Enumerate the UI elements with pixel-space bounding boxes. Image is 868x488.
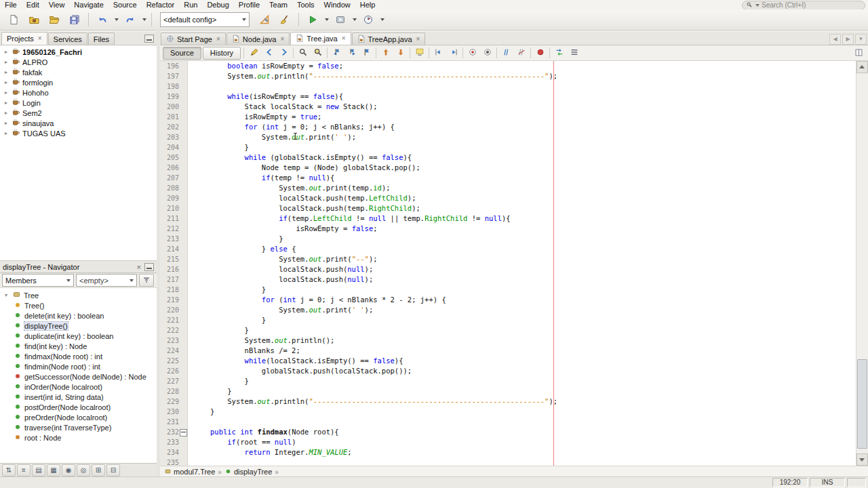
collapse-all-button[interactable]: ⊟ bbox=[106, 464, 120, 476]
history-view-button[interactable]: History bbox=[203, 47, 241, 60]
code-line[interactable]: } bbox=[210, 142, 856, 152]
project-node[interactable]: ▸19650126_Fachri bbox=[0, 47, 157, 57]
navigator-member[interactable]: inOrder(Node localroot) bbox=[0, 382, 157, 392]
left-tab-projects[interactable]: Projects× bbox=[1, 32, 47, 45]
stop-macro-recording-button[interactable] bbox=[480, 46, 494, 60]
menu-source[interactable]: Source bbox=[108, 0, 142, 9]
code-line[interactable]: while(localStack.isEmpty() == false){ bbox=[210, 356, 856, 366]
navigator-member[interactable]: traverse(int TraverseType) bbox=[0, 422, 157, 432]
close-tab-icon[interactable]: × bbox=[415, 36, 420, 43]
left-tab-files[interactable]: Files bbox=[88, 33, 115, 45]
breadcrumb-item[interactable]: displayTree bbox=[224, 468, 272, 476]
show-fields-button[interactable]: ▦ bbox=[47, 464, 60, 476]
code-text[interactable]: boolean isRowEmpty = false; System.out.p… bbox=[210, 61, 856, 466]
expander-icon[interactable]: ▸ bbox=[3, 59, 9, 65]
breadcrumb-item[interactable]: modul7.Tree bbox=[164, 468, 215, 476]
navigator-member[interactable]: delete(int key) : boolean bbox=[0, 310, 157, 321]
project-node[interactable]: ▸fakfak bbox=[0, 67, 157, 77]
code-line[interactable]: } bbox=[210, 325, 856, 336]
tab-tree-java[interactable]: Tree.java× bbox=[290, 32, 351, 45]
menu-run[interactable]: Run bbox=[179, 0, 202, 9]
notifications[interactable] bbox=[847, 478, 866, 487]
forward-button[interactable] bbox=[277, 46, 291, 60]
project-node[interactable]: ▸ALPRO bbox=[0, 57, 157, 67]
project-node[interactable]: ▸Login bbox=[0, 98, 157, 108]
new-project-button[interactable] bbox=[24, 11, 43, 28]
close-tab-icon[interactable]: × bbox=[215, 36, 220, 43]
menu-refactor[interactable]: Refactor bbox=[142, 0, 180, 9]
code-line[interactable]: return Integer.MIN_VALUE; bbox=[210, 447, 856, 458]
project-node[interactable]: ▸Hohoho bbox=[0, 87, 157, 98]
code-line[interactable]: } bbox=[210, 234, 856, 244]
code-line[interactable]: } bbox=[210, 285, 856, 295]
fold-collapse-button[interactable] bbox=[180, 429, 187, 436]
scroll-up-button[interactable] bbox=[856, 61, 868, 73]
navigator-member[interactable]: duplicate(int key) : boolean bbox=[0, 331, 157, 341]
minimize-panel-button[interactable] bbox=[144, 35, 154, 43]
new-file-button[interactable] bbox=[4, 11, 23, 28]
code-line[interactable]: localStack.push(temp.RightChild); bbox=[210, 203, 856, 214]
inspect-members-button[interactable] bbox=[567, 46, 581, 60]
navigator-member[interactable]: root : Node bbox=[0, 432, 157, 443]
sort-by-name-button[interactable]: ⇅ bbox=[2, 464, 16, 476]
next-bookmark-button[interactable] bbox=[344, 46, 359, 60]
find-selection-button[interactable] bbox=[296, 46, 310, 60]
previous-occurrence-button[interactable] bbox=[378, 46, 393, 60]
code-editor[interactable]: 1961971981992002012022032042052062072082… bbox=[160, 61, 868, 466]
project-node[interactable]: ▸formlogin bbox=[0, 77, 157, 87]
incremental-search-button[interactable] bbox=[311, 46, 325, 60]
expand-all-button[interactable]: ⊞ bbox=[92, 464, 105, 476]
menu-team[interactable]: Team bbox=[264, 0, 292, 9]
insert-profiling-point-button[interactable] bbox=[533, 46, 547, 60]
navigator-member[interactable]: insert(int id, String data) bbox=[0, 392, 157, 402]
tab-node-java[interactable]: Node.java× bbox=[226, 33, 290, 45]
code-line[interactable]: Stack localStack = new Stack(); bbox=[210, 102, 856, 112]
expander-icon[interactable]: ▸ bbox=[3, 100, 9, 106]
navigator-member[interactable]: Tree() bbox=[0, 300, 157, 310]
code-line[interactable]: Node temp = (Node) globalStack.pop(); bbox=[210, 163, 856, 173]
code-line[interactable]: for (int j = 0; j < nBlanks; j++) { bbox=[210, 122, 856, 132]
project-node[interactable]: ▸Sem2 bbox=[0, 108, 157, 118]
menu-navigate[interactable]: Navigate bbox=[69, 0, 108, 9]
code-line[interactable]: } bbox=[210, 407, 856, 417]
code-line[interactable]: nBlanks /= 2; bbox=[210, 346, 856, 356]
uncomment-button[interactable] bbox=[514, 46, 528, 60]
code-line[interactable]: localStack.push(null); bbox=[210, 274, 856, 285]
run-project-button[interactable] bbox=[303, 11, 322, 28]
menu-file[interactable]: File bbox=[0, 0, 22, 9]
profile-project-dropdown-button[interactable] bbox=[379, 12, 385, 28]
scroll-tabs-left-button[interactable]: ◀ bbox=[829, 34, 841, 45]
shift-line-right-button[interactable] bbox=[446, 46, 460, 60]
undo-dropdown-button[interactable] bbox=[113, 12, 119, 28]
expander-icon[interactable]: ▸ bbox=[3, 79, 9, 85]
expander-icon[interactable]: ▾ bbox=[3, 292, 9, 298]
code-line[interactable]: System.out.print(' '); bbox=[210, 305, 856, 315]
clean-build-project-button[interactable] bbox=[275, 11, 294, 28]
code-line[interactable]: System.out.print(' '); bbox=[210, 132, 856, 142]
navigator-member[interactable]: findmin(Node root) : int bbox=[0, 361, 157, 371]
split-editor-button[interactable] bbox=[852, 47, 865, 59]
scroll-tabs-right-button[interactable]: ▶ bbox=[842, 34, 854, 45]
menu-view[interactable]: View bbox=[44, 0, 70, 9]
filter-combo[interactable]: <empty> bbox=[76, 274, 137, 287]
expander-icon[interactable]: ▸ bbox=[3, 89, 9, 96]
diff-button[interactable] bbox=[552, 46, 566, 60]
expander-icon[interactable]: ▸ bbox=[3, 69, 9, 75]
left-tab-services[interactable]: Services bbox=[48, 33, 87, 45]
project-node[interactable]: ▸TUGAS UAS bbox=[0, 128, 157, 138]
code-line[interactable]: if(temp.LeftChild != null || temp.RightC… bbox=[210, 214, 856, 224]
save-all-button[interactable] bbox=[65, 11, 84, 28]
expander-icon[interactable]: ▸ bbox=[3, 110, 9, 116]
expander-icon[interactable]: ▸ bbox=[3, 130, 9, 136]
navigator-filter-button[interactable] bbox=[139, 274, 154, 287]
tab-list-button[interactable]: ▼ bbox=[855, 34, 867, 45]
code-line[interactable]: System.out.println("--------------------… bbox=[210, 396, 856, 407]
debug-project-dropdown-button[interactable] bbox=[351, 12, 357, 28]
shift-line-left-button[interactable] bbox=[431, 46, 446, 60]
navigator-member[interactable]: find(int key) : Node bbox=[0, 341, 157, 351]
debug-project-button[interactable] bbox=[331, 11, 350, 28]
code-line[interactable]: } bbox=[210, 386, 856, 396]
code-line[interactable]: globalStack.push(localStack.pop()); bbox=[210, 366, 856, 376]
code-line[interactable] bbox=[210, 81, 856, 92]
open-project-button[interactable] bbox=[45, 11, 64, 28]
